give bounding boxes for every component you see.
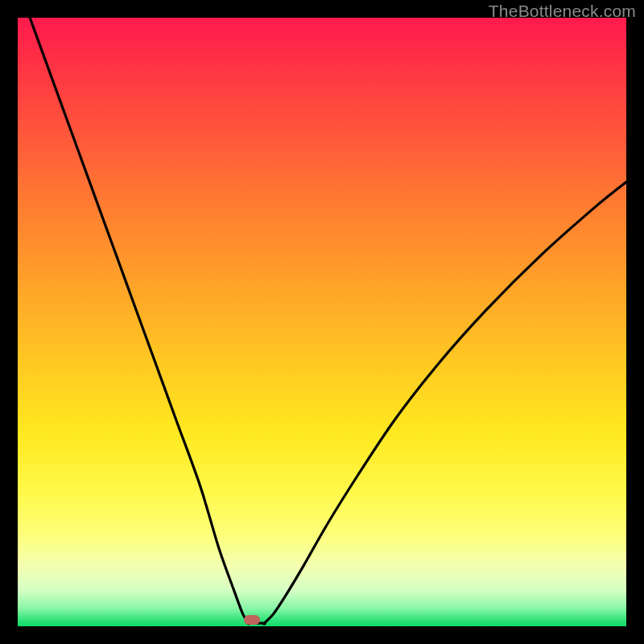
- curve-path: [30, 18, 626, 624]
- optimum-marker: [244, 615, 260, 625]
- bottleneck-curve: [18, 18, 626, 626]
- watermark-text: TheBottleneck.com: [489, 2, 636, 21]
- chart-frame: TheBottleneck.com: [0, 0, 644, 644]
- plot-area: [18, 18, 626, 626]
